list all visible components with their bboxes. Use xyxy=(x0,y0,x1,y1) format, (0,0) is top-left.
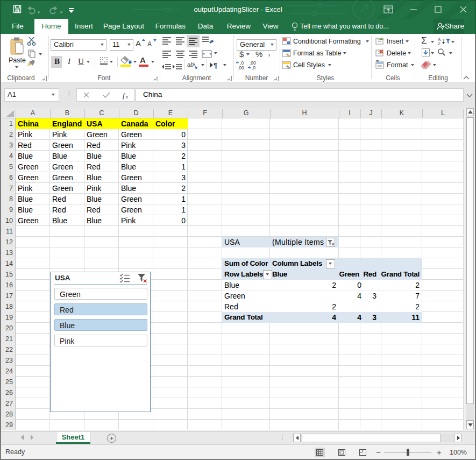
svg-text:.00: .00 xyxy=(238,65,244,70)
svg-text:Z: Z xyxy=(438,41,441,46)
svg-text:.0: .0 xyxy=(252,65,255,70)
svg-text:ab: ab xyxy=(187,61,194,68)
svg-text:x: x xyxy=(125,94,128,100)
svg-text:¶: ¶ xyxy=(214,61,217,69)
